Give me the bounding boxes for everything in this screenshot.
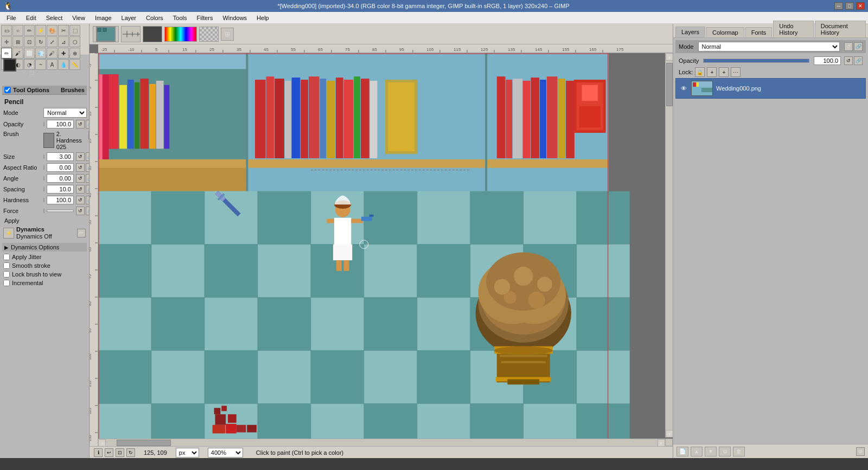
hardness-slider[interactable] [43,198,44,202]
tool-rect-select[interactable]: ▭ [1,25,12,36]
angle-slider[interactable] [43,176,44,181]
vertical-scrollbar[interactable]: ▲ ▼ [665,53,673,437]
spacing-chain-icon[interactable]: 🔗 [86,185,89,194]
layers-opacity-slider[interactable] [703,59,809,63]
lock-brush-checkbox[interactable] [3,271,10,278]
layer-visibility-icon[interactable]: 👁 [679,84,688,93]
aspect-chain-icon[interactable]: 🔗 [86,163,89,172]
force-chain-icon[interactable]: 🔗 [86,207,89,215]
statusbar-undo-btn[interactable]: ↩ [105,448,113,457]
apply-jitter-checkbox[interactable] [3,254,10,260]
aspect-slider[interactable] [43,165,44,170]
lock-position-btn[interactable]: + [707,67,717,77]
tool-free-select[interactable]: ✏ [24,25,35,36]
tool-crop[interactable]: ⊡ [24,36,35,47]
opacity-chain[interactable]: 🔗 [854,56,863,65]
statusbar-crop-btn[interactable]: ⊡ [116,448,124,457]
incremental-checkbox[interactable] [3,280,10,286]
maximize-button[interactable]: □ [845,2,854,10]
size-reset-icon[interactable]: ↺ [76,152,85,161]
dynamics-edit-icon[interactable]: ✏ [77,229,86,237]
lock-pixels-btn[interactable]: 🔒 [695,67,705,77]
spacing-slider[interactable] [43,187,44,191]
hardness-chain-icon[interactable]: 🔗 [86,196,89,204]
reset-colors-icon[interactable]: ⬚ [29,70,34,75]
vscroll-up-btn[interactable]: ▲ [666,53,673,61]
canvas-ruler-btn[interactable] [121,26,141,42]
size-chain-icon[interactable]: 🔗 [86,152,89,161]
menu-help[interactable]: Help [252,14,273,22]
menu-colors[interactable]: Colors [142,14,168,22]
menu-view[interactable]: View [68,14,90,22]
angle-reset-icon[interactable]: ↺ [76,174,85,183]
menu-filters[interactable]: Filters [193,14,218,22]
mode-select[interactable]: Normal Dissolve Multiply Screen [43,108,87,118]
lower-layer-btn[interactable]: ▼ [705,447,717,456]
vscroll-thumb[interactable] [666,63,673,106]
layers-mode-reset[interactable]: ↺ [844,42,853,51]
opacity-chain-icon[interactable]: 🔗 [86,120,89,128]
dynamics-icon[interactable]: ⚡ [3,228,14,239]
new-layer-btn[interactable]: 📄 [676,447,688,456]
tool-perspective[interactable]: ⬡ [69,36,80,47]
hardness-reset-icon[interactable]: ↺ [76,196,85,204]
angle-chain-icon[interactable]: 🔗 [86,174,89,183]
statusbar-units[interactable]: px mm cm [176,448,199,458]
tool-select-by-color[interactable]: 🎨 [47,25,58,36]
duplicate-layer-btn[interactable]: ⧉ [719,447,731,456]
tab-fonts[interactable]: Fonts [745,27,773,37]
menu-select[interactable]: Select [42,14,67,22]
layers-mode-select[interactable]: Normal Dissolve Multiply [698,42,840,51]
hscroll-thumb[interactable] [117,440,171,446]
lock-add-btn[interactable]: + [719,67,729,77]
canvas-image-btn[interactable] [93,26,119,42]
layers-config-btn[interactable]: ⚙ [856,447,865,456]
tool-scissors-select[interactable]: ✂ [58,25,69,36]
canvas-viewport[interactable]: ▲ ▼ ◄ ► [98,53,673,446]
force-slider[interactable] [43,209,44,213]
size-slider[interactable] [43,154,44,159]
menu-tools[interactable]: Tools [169,14,192,22]
tool-rotate[interactable]: ↻ [35,36,46,47]
opacity-reset-icon[interactable]: ↺ [76,120,85,128]
tool-shear[interactable]: ⊿ [58,36,69,47]
opacity-reset[interactable]: ↺ [844,56,853,65]
brush-edit-icon[interactable]: ✏ [88,131,89,139]
tool-align[interactable]: ⊞ [12,36,23,47]
dynamics-options-header[interactable]: ▶ Dynamics Options [2,243,87,252]
layer-item[interactable]: 👁 Wedding000.png [675,78,866,99]
horizontal-scrollbar[interactable]: ◄ ► [98,439,665,446]
tool-foreground-select[interactable]: ⬚ [69,25,80,36]
force-reset-icon[interactable]: ↺ [76,207,85,215]
tool-move[interactable]: ✛ [1,36,12,47]
zoom-fit-btn[interactable]: ⊞ [221,28,234,41]
menu-windows[interactable]: Windows [218,14,251,22]
pattern-swatch[interactable] [199,27,219,42]
lock-extra-btn[interactable]: ⋯ [731,67,741,77]
tool-scale[interactable]: ⤢ [47,36,58,47]
tool-options-checkbox[interactable] [4,87,11,93]
raise-layer-btn[interactable]: ▲ [691,447,703,456]
menu-file[interactable]: File [2,14,21,22]
tab-colormap[interactable]: Colormap [706,27,744,37]
spacing-reset-icon[interactable]: ↺ [76,185,85,194]
smooth-stroke-checkbox[interactable] [3,262,10,269]
menu-edit[interactable]: Edit [22,14,41,22]
swap-colors-icon[interactable]: ⇄ [29,63,34,69]
statusbar-info-btn[interactable]: ℹ [94,448,103,457]
close-button[interactable]: ✕ [856,2,865,10]
brushes-label[interactable]: Brushes [61,87,85,93]
vscroll-down-btn[interactable]: ▼ [666,430,673,437]
gradient-swatch[interactable] [164,27,197,42]
tab-undo-history[interactable]: Undo History [773,21,814,37]
layers-mode-lock[interactable]: 🔗 [854,42,863,51]
tab-document-history[interactable]: Document History [815,21,866,37]
opacity-slider[interactable] [43,122,44,126]
hscroll-left-btn[interactable]: ◄ [98,439,106,446]
delete-layer-btn[interactable]: 🗑 [733,447,745,456]
tab-layers[interactable]: Layers [675,27,705,37]
menu-image[interactable]: Image [91,14,116,22]
minimize-button[interactable]: ─ [834,2,843,10]
brush-preview[interactable] [43,133,54,148]
tool-fuzzy-select[interactable]: ⚡ [35,25,46,36]
